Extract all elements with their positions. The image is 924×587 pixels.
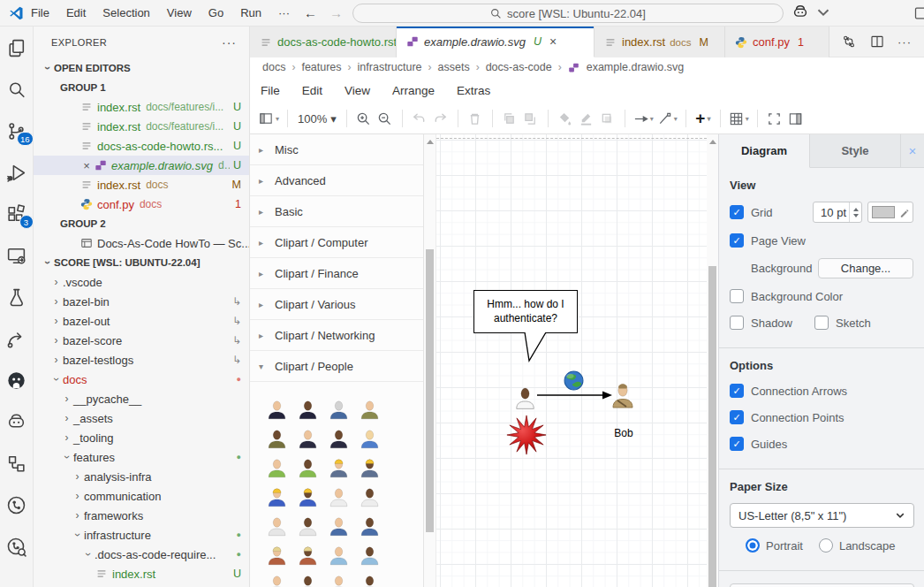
run-and-debug-icon[interactable]: [4, 159, 30, 186]
explorer-row-bazel-score[interactable]: ›bazel-score↳: [34, 331, 249, 350]
search-icon[interactable]: [4, 76, 30, 103]
explorer-row-group-1[interactable]: GROUP 1: [34, 78, 249, 97]
zoom-in-icon[interactable]: [353, 108, 375, 129]
to-front-icon[interactable]: [499, 108, 520, 129]
close-editor-icon[interactable]: ×: [80, 159, 94, 172]
zoom-level-dropdown[interactable]: 100%▾: [294, 112, 340, 126]
explorer-row-open-editors[interactable]: ›OPEN EDITORS: [34, 58, 249, 78]
shape-section-clipart-people[interactable]: ▾Clipart / People: [250, 351, 423, 382]
background-color-checkbox[interactable]: ✓: [730, 289, 744, 303]
delete-icon[interactable]: [465, 108, 486, 129]
canvas-scrollbar[interactable]: [707, 134, 718, 587]
testing-icon[interactable]: [4, 284, 30, 310]
breadcrumb-item[interactable]: assets: [438, 61, 470, 73]
person-shape[interactable]: [261, 478, 292, 507]
person-shape[interactable]: [261, 420, 292, 449]
explorer-row-index-rst[interactable]: index.rstU: [34, 564, 249, 583]
explorer-row-communication[interactable]: ›communication: [34, 486, 249, 506]
explorer-row-example-drawio-svg[interactable]: ×example.drawio.svgdoc...U: [34, 156, 249, 175]
explorer-row-index-rst[interactable]: index.rstdocsM: [34, 175, 249, 194]
copilot-icon[interactable]: [791, 3, 810, 22]
person-shape[interactable]: [292, 566, 323, 587]
explorer-row-group-2[interactable]: GROUP 2: [34, 214, 249, 233]
explorer-row-index-rst[interactable]: index.rstdocs/features/i...U: [34, 97, 249, 117]
alice-person-shape[interactable]: [515, 385, 535, 410]
shape-section-basic[interactable]: ▸Basic: [250, 196, 423, 227]
explorer-row-vscode[interactable]: ›.vscode: [34, 272, 249, 292]
explorer-row-bazel-out[interactable]: ›bazel-out↳: [34, 311, 249, 331]
explorer-row-features[interactable]: ›features●: [34, 447, 249, 467]
breadcrumb-item[interactable]: infrastructure: [358, 61, 422, 73]
connection-points-checkbox[interactable]: ✓: [730, 410, 744, 424]
person-shape[interactable]: [292, 420, 323, 449]
person-shape[interactable]: [261, 537, 292, 566]
fill-color-icon[interactable]: [555, 108, 576, 129]
speech-bubble-shape[interactable]: Hmm... how do I authenticate?: [473, 290, 578, 333]
forward-arrow-icon[interactable]: →: [329, 5, 343, 20]
grid-color-picker[interactable]: [867, 202, 913, 223]
bob-label[interactable]: Bob: [606, 427, 641, 439]
explorer-row-docs-as-code-howto-rs[interactable]: docs-as-code-howto.rs...U: [34, 136, 249, 156]
live-share-icon[interactable]: [4, 325, 30, 352]
background-change-button[interactable]: Change...: [818, 258, 913, 278]
explorer-row-frameworks[interactable]: ›frameworks: [34, 506, 249, 525]
landscape-radio[interactable]: [819, 538, 833, 553]
close-format-panel-icon[interactable]: ×: [901, 134, 924, 167]
shadow-icon[interactable]: [597, 108, 618, 129]
explorer-icon[interactable]: [4, 34, 30, 61]
menu-go[interactable]: Go: [208, 6, 223, 19]
drawio-menu-extras[interactable]: Extras: [457, 84, 490, 97]
person-shape[interactable]: [292, 537, 323, 566]
fullscreen-icon[interactable]: [764, 108, 785, 129]
tab-index-rst[interactable]: index.rst docs M: [595, 27, 725, 57]
waypoints-dropdown[interactable]: ▾: [655, 108, 679, 129]
tab-diagram[interactable]: Diagram: [719, 134, 810, 168]
breadcrumb-item[interactable]: example.drawio.svg: [587, 61, 684, 73]
person-shape[interactable]: [292, 507, 323, 537]
explorer-row-docs-as-code-howto-sc[interactable]: Docs-As-Code HowTo — Sc...: [34, 233, 249, 253]
person-shape[interactable]: [354, 566, 385, 587]
menu-edit[interactable]: Edit: [66, 6, 86, 19]
shape-section-clipart-computer[interactable]: ▸Clipart / Computer: [250, 227, 423, 258]
explorer-row-bazel-testlogs[interactable]: ›bazel-testlogs↳: [34, 350, 249, 370]
portrait-radio[interactable]: [746, 538, 760, 553]
explorer-row-tooling[interactable]: ›_tooling: [34, 428, 249, 447]
shape-section-advanced[interactable]: ▸Advanced: [250, 165, 423, 196]
explorer-row-infrastructure[interactable]: ›infrastructure●: [34, 525, 249, 545]
connection-arrow-dropdown[interactable]: ▾: [632, 108, 655, 129]
starburst-shape[interactable]: [506, 415, 547, 455]
command-center-search[interactable]: score [WSL: Ubuntu-22.04]: [352, 4, 784, 23]
connector-arrow[interactable]: [535, 389, 615, 401]
explorer-row-index-rst[interactable]: index.rstdocs/features/i...U: [34, 117, 249, 136]
menu-run[interactable]: Run: [240, 6, 261, 19]
scroll-up-icon[interactable]: [427, 140, 434, 144]
person-shape[interactable]: [292, 478, 323, 507]
shape-section-clipart-networking[interactable]: ▸Clipart / Networking: [250, 320, 423, 351]
layout-panel-icon[interactable]: [913, 4, 924, 22]
remote-explorer-icon[interactable]: [4, 242, 30, 269]
shape-section-clipart-various[interactable]: ▸Clipart / Various: [250, 289, 423, 320]
shapes-scrollbar[interactable]: [424, 134, 435, 587]
person-shape[interactable]: [323, 391, 354, 420]
person-shape[interactable]: [323, 507, 354, 537]
explorer-row-assets[interactable]: ›_assets: [34, 408, 249, 428]
explorer-row-conf-py[interactable]: conf.pydocs1: [34, 194, 249, 214]
explorer-row-docs-as-code-require[interactable]: ›.docs-as-code-require...●: [34, 545, 249, 564]
split-editor-icon[interactable]: [869, 34, 885, 50]
person-shape[interactable]: [354, 420, 385, 449]
hierarchy-view-icon[interactable]: [4, 450, 30, 476]
tab-style[interactable]: Style: [810, 134, 901, 167]
drawio-menu-file[interactable]: File: [261, 84, 280, 97]
page-view-checkbox[interactable]: ✓: [730, 233, 744, 248]
tab-example-drawio-svg[interactable]: example.drawio.svg U ×: [397, 27, 595, 57]
explorer-row-docs[interactable]: ›docs●: [34, 370, 249, 389]
explorer-row-score-wsl-ubuntu-22-04[interactable]: ›SCORE [WSL: UBUNTU-22.04]: [34, 253, 249, 272]
person-shape[interactable]: [292, 391, 323, 420]
person-shape[interactable]: [354, 507, 385, 537]
grid-size-spinner[interactable]: 10 pt: [813, 202, 862, 223]
git-graph-icon[interactable]: [4, 492, 30, 518]
bob-person-shape[interactable]: [611, 381, 634, 409]
person-shape[interactable]: [354, 478, 385, 507]
connection-arrows-checkbox[interactable]: ✓: [730, 384, 744, 398]
extensions-icon[interactable]: 3: [4, 201, 30, 227]
